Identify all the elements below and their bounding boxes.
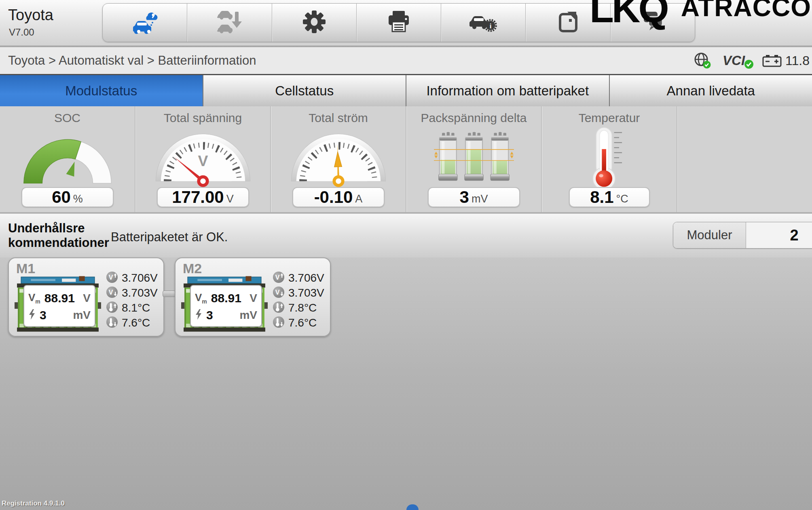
gauge-label: Total spänning bbox=[135, 111, 270, 125]
gauge-total-current: Total ström -0.10 A bbox=[271, 106, 406, 212]
temperature-value-box: 8.1 °C bbox=[569, 187, 650, 207]
stat-value: 3.706V bbox=[122, 272, 158, 285]
temp-min-icon bbox=[273, 316, 285, 330]
tab-label: Annan livedata bbox=[667, 83, 755, 99]
voltmeter-gauge-icon: V bbox=[135, 126, 270, 191]
ammeter-gauge-icon bbox=[271, 126, 406, 191]
stat-value: 3.706V bbox=[288, 272, 324, 285]
temp-min-icon bbox=[106, 316, 118, 330]
stat-row: 8.1°C bbox=[106, 302, 158, 314]
module-card-m2[interactable]: M2 Vm bbox=[175, 257, 331, 337]
maintenance-message: Batteripaketet är OK. bbox=[111, 230, 228, 244]
module-name: M1 bbox=[16, 261, 35, 276]
modules-area: M1 Vm bbox=[0, 257, 812, 510]
maintenance-section: Underhållsre kommendationer Batteripaket… bbox=[0, 214, 812, 257]
temp-max-icon bbox=[273, 301, 285, 315]
modules-label: Moduler bbox=[673, 222, 746, 248]
svg-text:V: V bbox=[198, 152, 208, 169]
module-stats: V 3.706V V 3.703V 8.1°C 7.6°C bbox=[106, 272, 158, 329]
gauge-pack-delta: Packspänning delta bbox=[406, 106, 542, 212]
module-voltage-symbol: Vm bbox=[195, 291, 207, 305]
tab-cellstatus[interactable]: Cellstatus bbox=[203, 75, 407, 106]
status-bar: Toyota > Automatiskt val > Batteriinform… bbox=[0, 47, 812, 74]
module-connector bbox=[163, 291, 176, 297]
tab-label: Cellstatus bbox=[275, 83, 334, 99]
tab-bar: Modulstatus Cellstatus Information om ba… bbox=[0, 74, 812, 106]
print-icon bbox=[385, 9, 412, 36]
voltage-max-icon: V bbox=[273, 271, 285, 285]
total-voltage-unit: V bbox=[226, 193, 234, 205]
lkq-atracco-logo: LKQ ATRACCO bbox=[590, 0, 811, 23]
thermometer-icon bbox=[542, 126, 677, 191]
stat-value: 7.6°C bbox=[122, 316, 150, 329]
svg-text:i: i bbox=[490, 22, 492, 30]
gauge-label: Packspänning delta bbox=[406, 111, 541, 125]
voltage-max-icon: V bbox=[106, 271, 118, 285]
modules-count-box[interactable]: Moduler 2 bbox=[673, 222, 812, 249]
stat-row: V 3.703V bbox=[273, 287, 324, 299]
temperature-unit: °C bbox=[616, 193, 628, 205]
settings-button[interactable] bbox=[272, 4, 357, 42]
svg-text:V: V bbox=[109, 274, 113, 281]
pack-delta-unit: mV bbox=[472, 193, 488, 205]
module-delta-value: 3 bbox=[206, 308, 213, 322]
pack-delta-value: 3 bbox=[460, 188, 469, 207]
data-manager-icon bbox=[555, 9, 581, 36]
stat-value: 8.1°C bbox=[122, 301, 150, 314]
module-delta-unit: mV bbox=[73, 309, 91, 322]
module-card-m1[interactable]: M1 Vm bbox=[8, 257, 164, 337]
gauge-label: SOC bbox=[0, 111, 135, 125]
vehicle-diagnostics-cloud-icon bbox=[130, 9, 160, 36]
module-voltage-value: 88.91 bbox=[44, 291, 75, 305]
print-button[interactable] bbox=[357, 4, 441, 42]
temperature-value: 8.1 bbox=[590, 188, 613, 207]
tab-modulstatus[interactable]: Modulstatus bbox=[0, 75, 203, 106]
stat-row: 7.8°C bbox=[273, 302, 324, 314]
maintenance-title-line1: Underhållsre bbox=[8, 221, 109, 236]
tab-annan-livedata[interactable]: Annan livedata bbox=[610, 75, 812, 106]
stat-row: V 3.706V bbox=[273, 272, 324, 284]
vehicle-exchange-button[interactable] bbox=[187, 4, 272, 42]
module-voltage-box: Vm 88.91 V 3 mV bbox=[23, 285, 95, 327]
gauge-temperature: Temperatur 8. bbox=[542, 106, 677, 212]
breadcrumb: Toyota > Automatiskt val > Batteriinform… bbox=[8, 53, 256, 68]
vci-label: VCI bbox=[723, 53, 745, 68]
tab-label: Modulstatus bbox=[65, 83, 137, 99]
status-indicators: VCI 11.8 bbox=[694, 47, 810, 74]
tab-batteripaket-info[interactable]: Information om batteripaket bbox=[406, 75, 610, 106]
temp-max-icon bbox=[106, 301, 118, 315]
module-stats: V 3.706V V 3.703V 7.8°C 7.6°C bbox=[273, 272, 324, 329]
stat-value: 7.8°C bbox=[288, 301, 317, 314]
stat-value: 7.6°C bbox=[288, 316, 317, 329]
module-voltage-box: Vm 88.91 V 3 mV bbox=[190, 285, 262, 327]
svg-text:V: V bbox=[275, 289, 280, 296]
gauge-label: Total ström bbox=[271, 111, 406, 125]
total-current-value: -0.10 bbox=[314, 188, 353, 207]
globe-connected-icon bbox=[694, 52, 711, 70]
gauge-total-voltage: Total spänning V 177.00 V bbox=[135, 106, 271, 212]
soc-arc-gauge-icon bbox=[0, 126, 135, 191]
logo-lkq-text: LKQ bbox=[590, 0, 667, 23]
soc-unit: % bbox=[73, 193, 83, 205]
vehicle-battery-voltage: 11.8 bbox=[762, 53, 810, 68]
diagnostics-button[interactable] bbox=[103, 4, 187, 42]
gauge-panel: SOC 60 % Total spänning bbox=[0, 106, 812, 213]
total-voltage-value: 177.00 bbox=[172, 188, 224, 207]
stat-row: V 3.706V bbox=[106, 272, 158, 284]
vehicle-battery-icon bbox=[762, 53, 782, 68]
top-bar: Toyota V7.00 bbox=[0, 0, 812, 46]
module-delta-value: 3 bbox=[40, 308, 47, 322]
module-delta-unit: mV bbox=[239, 309, 257, 322]
gauge-empty-column bbox=[677, 106, 812, 212]
brand-title: Toyota bbox=[8, 6, 53, 24]
battery-delta-icon bbox=[406, 126, 541, 191]
modules-count: 2 bbox=[746, 222, 812, 248]
vci-connected-icon bbox=[744, 59, 754, 69]
svg-text:V: V bbox=[109, 289, 113, 296]
stat-row: 7.6°C bbox=[106, 317, 158, 329]
vehicle-information-icon: i bbox=[468, 9, 499, 36]
voltage-min-icon: V bbox=[273, 286, 285, 300]
svg-text:V: V bbox=[275, 274, 280, 281]
tab-label: Information om batteripaket bbox=[426, 83, 589, 99]
vehicle-info-button[interactable]: i bbox=[441, 4, 526, 42]
